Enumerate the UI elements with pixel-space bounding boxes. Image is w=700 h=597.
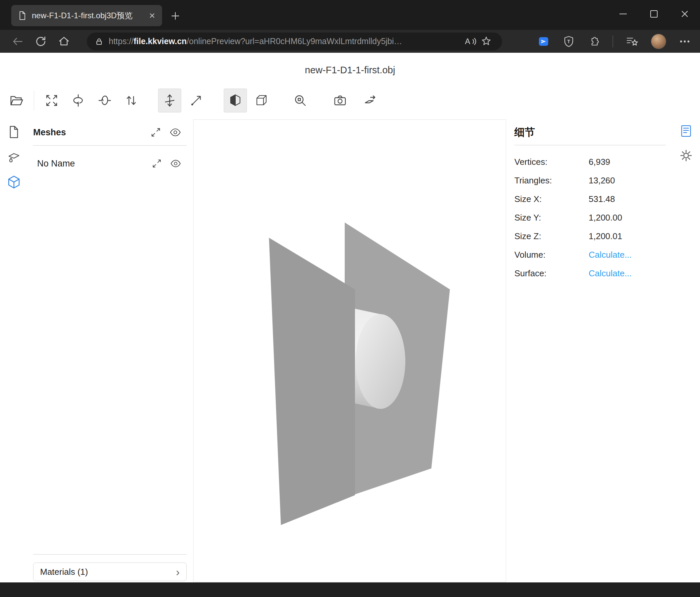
- calculate-volume-link[interactable]: Calculate...: [589, 250, 632, 260]
- meshes-panel: Meshes No Name Materials (1) ›: [33, 119, 186, 582]
- tab-close-button[interactable]: [148, 11, 156, 20]
- tab-favicon-icon: [17, 10, 27, 21]
- meshes-panel-header: Meshes: [33, 119, 186, 146]
- visibility-eye-button[interactable]: [169, 126, 181, 138]
- detail-value: 1,200.01: [589, 231, 622, 241]
- rotate-x-button[interactable]: [67, 89, 90, 113]
- materials-tab[interactable]: [6, 149, 22, 165]
- shield-letter: T: [568, 39, 570, 44]
- detail-row-vertices: Vertices: 6,939: [515, 152, 666, 171]
- back-button[interactable]: [9, 32, 26, 50]
- left-plane: [269, 238, 355, 525]
- details-header: 细节: [515, 119, 666, 145]
- url-domain: file.kkview.cn: [133, 37, 186, 46]
- mesh-visibility-eye-button[interactable]: [170, 158, 181, 169]
- detail-row-size-y: Size Y: 1,200.00: [515, 208, 666, 227]
- detail-value: 1,200.00: [589, 213, 622, 223]
- extension-blue-icon[interactable]: [537, 35, 550, 48]
- details-rows: Vertices: 6,939 Triangles: 13,260 Size X…: [515, 145, 666, 283]
- detail-label: Surface:: [515, 268, 589, 279]
- tab-title: new-F1-D1-1-first.obj3D预览: [32, 10, 144, 21]
- zoom-window-button[interactable]: [289, 89, 312, 113]
- translate-button[interactable]: [158, 89, 181, 113]
- page-title: new-F1-D1-1-first.obj: [0, 53, 700, 88]
- open-file-button[interactable]: [5, 89, 28, 113]
- browser-tab-bar: new-F1-D1-1-first.obj3D预览: [0, 0, 700, 30]
- lock-icon[interactable]: [95, 37, 103, 46]
- export-model-button[interactable]: [359, 89, 382, 113]
- favorites-bar-button[interactable]: [625, 34, 639, 48]
- page-footer-bar: [0, 582, 700, 597]
- details-panel-tab-active[interactable]: [678, 123, 694, 139]
- new-tab-button[interactable]: [167, 8, 183, 24]
- detail-value: 13,260: [589, 175, 615, 186]
- window-maximize-button[interactable]: [639, 0, 669, 28]
- detail-row-size-x: Size X: 531.48: [515, 190, 666, 208]
- address-bar[interactable]: https://file.kkview.cn/onlinePreview?url…: [87, 32, 502, 50]
- detail-label: Size X:: [515, 194, 589, 204]
- calculate-surface-link[interactable]: Calculate...: [589, 268, 632, 279]
- left-tab-strip: [0, 119, 28, 190]
- expand-all-button[interactable]: [150, 126, 161, 138]
- materials-button[interactable]: Materials (1) ›: [33, 563, 186, 581]
- window-controls: [607, 0, 700, 28]
- viewport-3d[interactable]: [193, 119, 506, 582]
- window-minimize-button[interactable]: [607, 0, 639, 28]
- projection-mode-button[interactable]: [224, 89, 247, 113]
- meshes-tab-active[interactable]: [6, 175, 22, 190]
- materials-button-label: Materials (1): [40, 567, 88, 577]
- toolbar-separator: [34, 91, 34, 110]
- detail-row-volume: Volume: Calculate...: [515, 245, 666, 264]
- camera-screenshot-button[interactable]: [328, 89, 352, 113]
- window-close-button[interactable]: [669, 0, 700, 28]
- more-menu-button[interactable]: [678, 35, 691, 48]
- measure-line-button[interactable]: [184, 89, 208, 113]
- mesh-list-item[interactable]: No Name: [33, 151, 186, 175]
- meshes-header-title: Meshes: [33, 127, 150, 138]
- read-aloud-button[interactable]: A: [462, 33, 478, 49]
- fit-view-button[interactable]: [40, 89, 63, 113]
- mesh-item-name: No Name: [37, 159, 151, 169]
- detail-row-size-z: Size Z: 1,200.01: [515, 227, 666, 245]
- materials-section: Materials (1) ›: [33, 554, 186, 581]
- ortho-view-button[interactable]: [250, 89, 273, 113]
- url-scheme: https://: [109, 37, 133, 46]
- detail-value: 6,939: [589, 157, 610, 167]
- browser-navbar: https://file.kkview.cn/onlinePreview?url…: [0, 30, 700, 53]
- browser-chrome: new-F1-D1-1-first.obj3D预览: [0, 0, 700, 53]
- mesh-zoom-to-button[interactable]: [151, 158, 162, 169]
- viewer-toolbar: [0, 88, 700, 114]
- read-aloud-label: A: [465, 37, 470, 45]
- url-text[interactable]: https://file.kkview.cn/onlinePreview?url…: [109, 37, 462, 46]
- detail-label: Volume:: [515, 250, 589, 260]
- detail-label: Triangles:: [515, 175, 589, 186]
- file-info-tab[interactable]: [6, 124, 22, 140]
- flip-vertical-button[interactable]: [120, 89, 143, 113]
- detail-value: 531.48: [589, 194, 615, 204]
- home-button[interactable]: [55, 32, 73, 50]
- right-tab-strip: [672, 119, 700, 163]
- model-render: [194, 120, 506, 582]
- shield-extension-icon[interactable]: T: [562, 35, 575, 48]
- chevron-right-icon: ›: [176, 566, 180, 577]
- navbar-separator: [612, 35, 613, 47]
- browser-tab[interactable]: new-F1-D1-1-first.obj3D预览: [11, 5, 162, 26]
- detail-label: Size Z:: [515, 231, 589, 241]
- refresh-button[interactable]: [32, 32, 50, 50]
- rotate-z-button[interactable]: [93, 89, 116, 113]
- detail-label: Size Y:: [515, 213, 589, 223]
- extensions-puzzle-icon[interactable]: [587, 35, 601, 48]
- detail-label: Vertices:: [515, 157, 589, 167]
- url-path: /onlinePreview?url=aHR0cHM6Ly9maWxlLmtrd…: [186, 37, 402, 46]
- detail-row-triangles: Triangles: 13,260: [515, 171, 666, 190]
- favorite-star-button[interactable]: [478, 33, 494, 49]
- details-panel: 细节 Vertices: 6,939 Triangles: 13,260 Siz…: [515, 119, 666, 283]
- profile-avatar[interactable]: [651, 34, 666, 49]
- settings-button[interactable]: [678, 148, 694, 163]
- detail-row-surface: Surface: Calculate...: [515, 264, 666, 283]
- navbar-extensions-area: T: [537, 34, 691, 49]
